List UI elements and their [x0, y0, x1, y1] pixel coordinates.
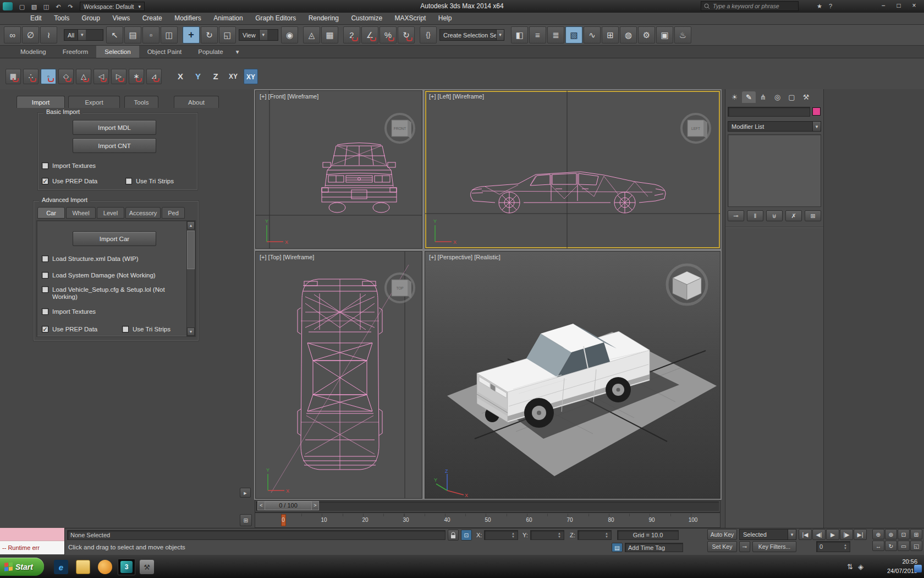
- viewcube[interactable]: TOP: [386, 274, 414, 302]
- new-file-button[interactable]: ▢: [16, 2, 28, 12]
- current-frame-spinner[interactable]: 0 ▲▼: [816, 541, 850, 552]
- app-logo-icon[interactable]: [3, 2, 13, 10]
- modify-tab[interactable]: ✎: [742, 91, 756, 103]
- face-snap-button[interactable]: ▷: [111, 69, 127, 84]
- time-slider[interactable]: < 0 / 100 >: [255, 500, 721, 512]
- ribbon-tab-object-paint[interactable]: Object Paint: [139, 46, 190, 58]
- menu-tools[interactable]: Tools: [49, 13, 74, 24]
- use-prep-checkbox[interactable]: ✓: [42, 178, 48, 184]
- select-object-button[interactable]: ↖: [106, 26, 123, 43]
- viewcube[interactable]: FRONT: [386, 114, 414, 143]
- adv-tab-level[interactable]: Level: [97, 207, 124, 219]
- create-tab[interactable]: ☀: [728, 91, 741, 103]
- y-coordinate-field[interactable]: ▲▼: [530, 530, 564, 540]
- keyboard-shortcut-override-button[interactable]: ▦: [321, 26, 338, 43]
- ribbon-tab-modeling[interactable]: Modeling: [12, 46, 54, 58]
- scroll-up-button[interactable]: ▲: [187, 221, 195, 230]
- next-frame-button[interactable]: |▶: [840, 529, 853, 540]
- grid-snap-button[interactable]: ▦: [6, 69, 21, 84]
- time-slider-handle[interactable]: < 0 / 100 >: [257, 501, 319, 510]
- axis-constraint-xy-button[interactable]: XY: [226, 69, 240, 84]
- zoom-button[interactable]: ⊕: [872, 529, 884, 539]
- help-button[interactable]: ?: [825, 1, 836, 11]
- key-filters-button[interactable]: Key Filters...: [752, 541, 796, 552]
- adv-tab-accessory[interactable]: Accessory: [125, 207, 161, 219]
- motion-tab[interactable]: ◎: [771, 91, 784, 103]
- viewport-label-front[interactable]: [+] [Front] [Wireframe]: [260, 93, 318, 100]
- system-clock[interactable]: 20:56 24/07/2015: [867, 557, 917, 575]
- zoom-region-button[interactable]: ▭: [898, 541, 910, 551]
- snaps-toggle-button[interactable]: 2: [343, 26, 360, 43]
- absolute-offset-toggle[interactable]: ⊡: [461, 530, 472, 541]
- modifier-stack-list[interactable]: [728, 134, 821, 207]
- window-crossing-toggle-button[interactable]: ◫: [161, 26, 178, 43]
- set-keys-key-button[interactable]: ⊸: [739, 541, 750, 552]
- curve-editor-button[interactable]: ∿: [584, 26, 601, 43]
- tray-app-icon[interactable]: [914, 565, 922, 572]
- viewport-label-perspective[interactable]: [+] [Perspective] [Realistic]: [429, 254, 501, 260]
- play-animation-button[interactable]: ▶: [826, 529, 839, 540]
- z-coordinate-field[interactable]: ▲▼: [578, 530, 612, 540]
- tray-status-icon[interactable]: ◈: [858, 563, 864, 571]
- menu-help[interactable]: Help: [433, 13, 457, 24]
- orbit-button[interactable]: ↻: [885, 541, 897, 551]
- utility-app-icon[interactable]: ⚒: [140, 560, 154, 574]
- load-structure-checkbox[interactable]: [42, 255, 48, 262]
- viewport-label-left[interactable]: [+] [Left] [Wireframe]: [429, 93, 484, 100]
- ribbon-tab-freeform[interactable]: Freeform: [54, 46, 97, 58]
- select-and-rotate-button[interactable]: ↻: [201, 26, 218, 43]
- plugin-tab-import[interactable]: Import: [16, 96, 65, 108]
- pan-button[interactable]: ↔: [872, 541, 884, 551]
- use-tri-strips-checkbox[interactable]: [125, 178, 132, 184]
- pin-stack-button[interactable]: ⊸: [728, 210, 744, 221]
- set-key-button[interactable]: Set Key: [707, 541, 737, 552]
- display-tab[interactable]: ▢: [785, 91, 799, 103]
- spinner-down-icon[interactable]: ▼: [512, 535, 515, 538]
- tray-network-icon[interactable]: ⇅: [847, 563, 853, 571]
- track-bar[interactable]: 0 10 20 30 40 50 60 70 80 90 100: [255, 512, 721, 528]
- folder-icon[interactable]: [76, 560, 90, 574]
- selection-lock-toggle[interactable]: [448, 530, 459, 541]
- edit-named-selection-sets-button[interactable]: {}: [420, 26, 437, 43]
- pivot-snap-button[interactable]: ∴: [23, 69, 38, 84]
- axis-constraint-y-button[interactable]: Y: [191, 69, 205, 84]
- intersection-snap-button[interactable]: ∗: [129, 69, 144, 84]
- undo-button[interactable]: ↶: [52, 2, 64, 12]
- spinner-down-icon[interactable]: ▼: [605, 535, 608, 538]
- workspace-dropdown[interactable]: Workspace: Default ▾: [80, 2, 145, 11]
- show-end-result-button[interactable]: ‖: [747, 210, 763, 221]
- menu-edit[interactable]: Edit: [25, 13, 47, 24]
- adv-tab-car[interactable]: Car: [37, 207, 65, 219]
- 3dsmax-taskbar-button[interactable]: 3: [118, 559, 135, 575]
- menu-modifiers[interactable]: Modifiers: [169, 13, 206, 24]
- object-color-swatch[interactable]: [812, 107, 821, 116]
- viewcube[interactable]: LEFT: [681, 114, 710, 143]
- align-button[interactable]: ≡: [529, 26, 546, 43]
- make-unique-button[interactable]: ⊎: [766, 210, 783, 221]
- plugin-tab-export[interactable]: Export: [68, 96, 120, 108]
- spinner-down-icon[interactable]: ▼: [844, 547, 847, 550]
- midpoint-snap-button[interactable]: △: [76, 69, 91, 84]
- load-setup-checkbox[interactable]: [42, 286, 48, 293]
- viewport-perspective[interactable]: Z X Y [+] [Perspective] [Realistic]: [425, 251, 721, 499]
- material-editor-button[interactable]: ◍: [620, 26, 637, 43]
- vertex-snap-button[interactable]: ◦: [41, 69, 56, 84]
- adv-use-tri-checkbox[interactable]: [122, 326, 129, 332]
- previous-frame-nudge[interactable]: <: [257, 501, 265, 510]
- object-name-field[interactable]: [728, 107, 810, 117]
- viewport-label-top[interactable]: [+] [Top] [Wireframe]: [260, 254, 314, 260]
- ribbon-tab-selection[interactable]: Selection: [96, 46, 139, 58]
- zoom-all-button[interactable]: ⊛: [885, 529, 897, 539]
- rectangular-selection-region-button[interactable]: ▫: [142, 26, 160, 43]
- configure-modifier-sets-button[interactable]: ⊞: [805, 210, 821, 221]
- search-input[interactable]: Type a keyword or phrase: [701, 1, 799, 11]
- spinner-snap-toggle-button[interactable]: ↻: [398, 26, 415, 43]
- internet-explorer-icon[interactable]: e: [54, 560, 68, 574]
- menu-maxscript[interactable]: MAXScript: [390, 13, 431, 24]
- menu-views[interactable]: Views: [107, 13, 135, 24]
- close-button[interactable]: ×: [906, 1, 922, 11]
- time-slider-channel[interactable]: [256, 501, 719, 511]
- axis-constraint-x-button[interactable]: X: [173, 69, 188, 84]
- listener-pink-row[interactable]: [0, 528, 64, 541]
- tangent-snap-button[interactable]: ⊿: [146, 69, 162, 84]
